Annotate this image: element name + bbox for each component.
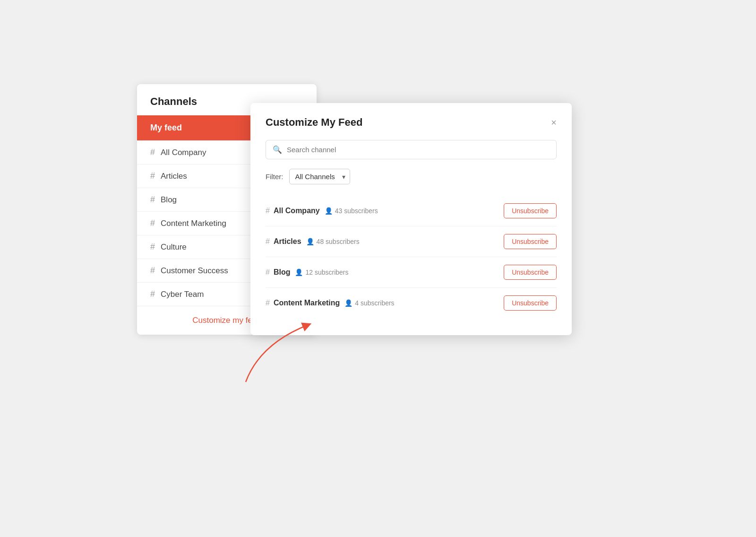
unsubscribe-button-articles[interactable]: Unsubscribe: [504, 234, 557, 249]
modal-title: Customize My Feed: [266, 116, 362, 129]
channel-row-articles: # Articles 👤 48 subscribers Unsubscribe: [266, 226, 557, 257]
unsubscribe-button-blog[interactable]: Unsubscribe: [504, 265, 557, 280]
hash-icon: #: [150, 171, 155, 181]
hash-icon: #: [266, 207, 270, 215]
channel-row-blog: # Blog 👤 12 subscribers Unsubscribe: [266, 257, 557, 288]
hash-icon: #: [266, 268, 270, 277]
subscriber-count: 4 subscribers: [355, 299, 504, 307]
search-wrapper: 🔍: [266, 140, 557, 159]
person-icon: 👤: [306, 238, 314, 245]
channel-name: All Company: [274, 207, 320, 215]
modal-close-button[interactable]: ×: [551, 118, 557, 127]
channel-name: Blog: [274, 268, 291, 277]
channel-name: Content Marketing: [274, 299, 340, 307]
filter-row: Filter: All Channels: [266, 169, 557, 184]
channel-list: # All Company 👤 43 subscribers Unsubscri…: [266, 196, 557, 318]
modal-panel: Customize My Feed × 🔍 Filter: All Channe…: [250, 103, 572, 335]
filter-select[interactable]: All Channels: [289, 169, 350, 184]
hash-icon: #: [150, 242, 155, 252]
person-icon: 👤: [344, 299, 352, 307]
subscriber-count: 43 subscribers: [335, 207, 504, 215]
channel-row-content-marketing: # Content Marketing 👤 4 subscribers Unsu…: [266, 288, 557, 318]
hash-icon: #: [150, 147, 155, 157]
hash-icon: #: [150, 266, 155, 276]
modal-header: Customize My Feed ×: [266, 116, 557, 129]
filter-select-wrapper: All Channels: [289, 169, 350, 184]
hash-icon: #: [150, 195, 155, 205]
channel-row-all-company: # All Company 👤 43 subscribers Unsubscri…: [266, 196, 557, 226]
search-input[interactable]: [287, 146, 550, 154]
hash-icon: #: [266, 237, 270, 246]
person-icon: 👤: [325, 207, 333, 215]
unsubscribe-button-content-marketing[interactable]: Unsubscribe: [504, 295, 557, 311]
hash-icon: #: [266, 299, 270, 307]
unsubscribe-button-all-company[interactable]: Unsubscribe: [504, 203, 557, 218]
hash-icon: #: [150, 289, 155, 299]
hash-icon: #: [150, 218, 155, 228]
person-icon: 👤: [295, 268, 303, 276]
search-icon: 🔍: [273, 145, 282, 154]
subscriber-count: 12 subscribers: [305, 268, 504, 276]
filter-label: Filter:: [266, 173, 284, 181]
channel-name: Articles: [274, 237, 301, 246]
subscriber-count: 48 subscribers: [317, 238, 504, 245]
